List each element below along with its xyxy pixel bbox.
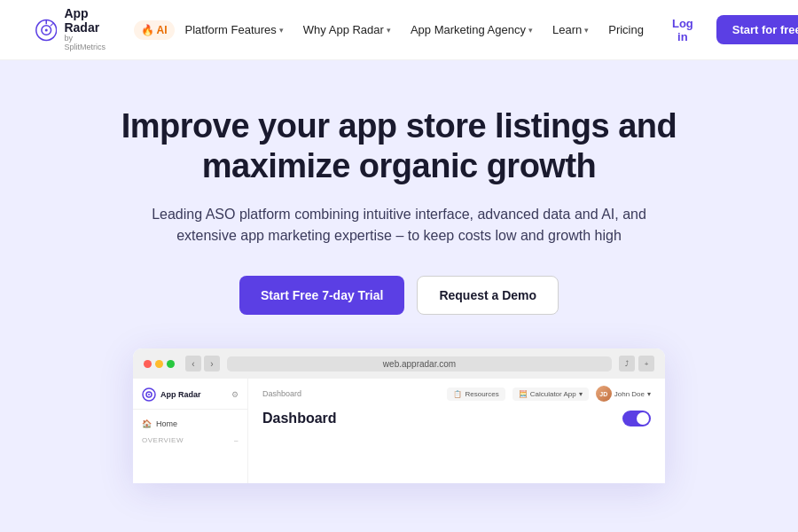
browser-forward-button[interactable]: › bbox=[204, 356, 220, 372]
app-main: Dashboard 📋 Resources 🧮 Calculator App ▾ bbox=[248, 379, 665, 483]
browser-share-button[interactable]: ⤴ bbox=[619, 356, 635, 372]
sidebar-overview-label: OVERVIEW – bbox=[133, 433, 247, 448]
request-demo-button[interactable]: Request a Demo bbox=[417, 276, 559, 315]
logo[interactable]: App Radar by SplitMetrics bbox=[35, 7, 113, 52]
login-button[interactable]: Log in bbox=[658, 10, 708, 51]
app-sidebar-logo: App Radar ⚙ bbox=[133, 387, 247, 410]
app-breadcrumb: Dashboard bbox=[262, 389, 301, 398]
browser-window-controls bbox=[144, 360, 175, 368]
app-topbar-right: 📋 Resources 🧮 Calculator App ▾ JD bbox=[447, 386, 651, 402]
browser-bar: ‹ › web.appradar.com ⤴ + bbox=[133, 348, 665, 379]
resources-icon: 📋 bbox=[453, 390, 462, 398]
calculator-icon: 🧮 bbox=[519, 390, 528, 398]
sidebar-logo-text: App Radar bbox=[160, 390, 201, 399]
sidebar-logo-icon bbox=[142, 387, 156, 402]
calculator-app-button[interactable]: 🧮 Calculator App ▾ bbox=[512, 387, 589, 401]
app-topbar: Dashboard 📋 Resources 🧮 Calculator App ▾ bbox=[262, 386, 651, 402]
resources-label: Resources bbox=[465, 390, 498, 398]
hero-title: Improve your app store listings and maxi… bbox=[89, 106, 709, 186]
home-icon: 🏠 bbox=[142, 419, 152, 428]
hero-section: Improve your app store listings and maxi… bbox=[0, 60, 798, 532]
ai-emoji: 🔥 bbox=[141, 24, 154, 36]
chevron-down-icon: ▾ bbox=[528, 26, 533, 35]
browser-url-bar[interactable]: web.appradar.com bbox=[227, 356, 612, 372]
browser-back-button[interactable]: ‹ bbox=[185, 356, 201, 372]
avatar: JD bbox=[596, 386, 612, 402]
browser-mockup: ‹ › web.appradar.com ⤴ + App Radar bbox=[133, 348, 665, 483]
nav-items: 🔥 AI Platform Features ▾ Why App Radar ▾… bbox=[134, 18, 653, 42]
app-sidebar: App Radar ⚙ 🏠 Home OVERVIEW – bbox=[133, 379, 248, 483]
minimize-window-dot bbox=[155, 360, 163, 368]
dashboard-toggle[interactable] bbox=[622, 411, 651, 426]
logo-text: App Radar by SplitMetrics bbox=[64, 7, 112, 52]
svg-point-2 bbox=[45, 28, 48, 31]
nav-why-app-radar[interactable]: Why App Radar ▾ bbox=[294, 18, 400, 42]
maximize-window-dot bbox=[167, 360, 175, 368]
nav-app-marketing-agency[interactable]: App Marketing Agency ▾ bbox=[402, 18, 542, 42]
user-name: John Doe bbox=[614, 390, 645, 398]
nav-learn[interactable]: Learn ▾ bbox=[544, 18, 598, 42]
user-avatar-area[interactable]: JD John Doe ▾ bbox=[596, 386, 651, 402]
chevron-down-icon: ▾ bbox=[584, 26, 589, 35]
calculator-label: Calculator App bbox=[530, 390, 576, 398]
svg-line-4 bbox=[51, 23, 53, 26]
navbar: App Radar by SplitMetrics 🔥 AI Platform … bbox=[0, 0, 798, 60]
nav-right: Log in Start for free bbox=[658, 10, 798, 51]
ai-badge[interactable]: 🔥 AI bbox=[134, 20, 175, 40]
close-window-dot bbox=[144, 360, 152, 368]
dashboard-title: Dashboard bbox=[262, 411, 337, 426]
nav-pricing[interactable]: Pricing bbox=[599, 18, 653, 42]
chevron-down-icon: ▾ bbox=[387, 26, 391, 35]
browser-action-buttons: ⤴ + bbox=[619, 356, 654, 372]
sidebar-settings-icon[interactable]: ⚙ bbox=[231, 390, 239, 399]
resources-button[interactable]: 📋 Resources bbox=[447, 387, 505, 401]
dropdown-arrow-icon: ▾ bbox=[579, 390, 583, 398]
logo-title: App Radar bbox=[64, 7, 112, 35]
hero-buttons: Start Free 7-day Trial Request a Demo bbox=[35, 276, 763, 315]
browser-navigation-buttons: ‹ › bbox=[185, 356, 220, 372]
logo-subtitle: by SplitMetrics bbox=[64, 35, 112, 52]
sidebar-home-label: Home bbox=[156, 419, 177, 428]
dashboard-row: Dashboard bbox=[262, 411, 651, 426]
hero-subtitle: Leading ASO platform combining intuitive… bbox=[142, 204, 656, 248]
browser-content: App Radar ⚙ 🏠 Home OVERVIEW – Dashboard bbox=[133, 379, 665, 483]
sidebar-home-item[interactable]: 🏠 Home bbox=[133, 415, 247, 433]
sidebar-collapse-icon[interactable]: – bbox=[234, 436, 239, 444]
svg-point-7 bbox=[148, 394, 150, 395]
chevron-down-icon: ▾ bbox=[279, 26, 284, 35]
start-trial-button[interactable]: Start Free 7-day Trial bbox=[239, 276, 405, 315]
logo-icon bbox=[35, 16, 57, 44]
ai-label: AI bbox=[157, 24, 168, 36]
toggle-knob bbox=[637, 412, 649, 425]
browser-bookmark-button[interactable]: + bbox=[638, 356, 654, 372]
start-free-button[interactable]: Start for free bbox=[716, 15, 798, 44]
user-dropdown-icon: ▾ bbox=[647, 390, 651, 398]
nav-platform-features[interactable]: Platform Features ▾ bbox=[176, 18, 293, 42]
